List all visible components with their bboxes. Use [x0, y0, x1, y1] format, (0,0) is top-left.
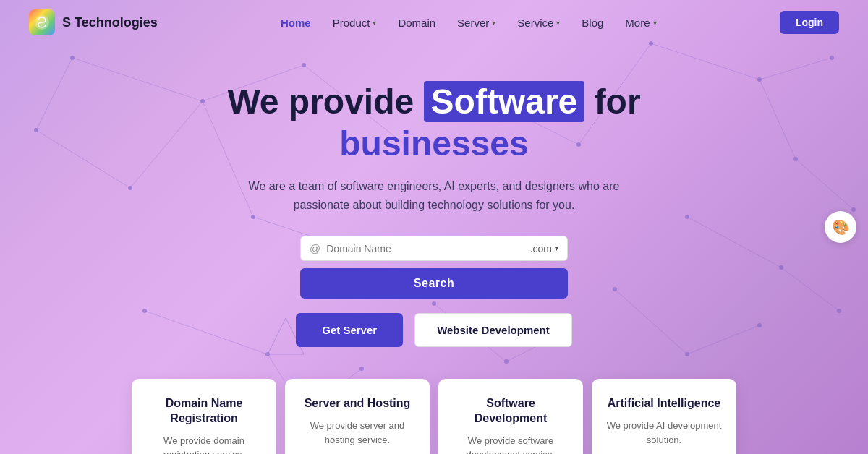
nav-item-service[interactable]: Service ▾	[517, 17, 560, 29]
card-ai-desc: We provide AI development solution.	[606, 419, 722, 447]
tld-value: .com	[530, 243, 552, 254]
nav-link-product[interactable]: Product ▾	[333, 17, 377, 29]
brand-name: S Technologies	[62, 15, 158, 30]
nav-item-more[interactable]: More ▾	[625, 17, 656, 29]
cta-row: Get Server Website Development	[14, 313, 854, 347]
website-development-button[interactable]: Website Development	[414, 313, 572, 347]
nav-links: Home Product ▾ Domain Server ▾ Service ▾…	[281, 17, 657, 29]
nav-item-domain[interactable]: Domain	[398, 17, 435, 29]
nav-link-more[interactable]: More ▾	[625, 17, 656, 29]
card-software-title: Software Development	[453, 396, 569, 427]
at-symbol: @	[310, 242, 320, 254]
card-domain-title: Domain Name Registration	[146, 396, 262, 427]
search-input-row: @ .com ▾	[300, 236, 568, 261]
nav-link-home[interactable]: Home	[281, 17, 311, 29]
card-domain: Domain Name Registration We provide doma…	[132, 379, 276, 454]
chevron-down-icon: ▾	[492, 19, 495, 27]
search-button[interactable]: Search	[300, 268, 568, 299]
nav-link-server[interactable]: Server ▾	[457, 17, 495, 29]
chevron-down-icon: ▾	[373, 19, 376, 27]
hero-title-highlight: Software	[424, 81, 585, 122]
nav-link-service[interactable]: Service ▾	[517, 17, 560, 29]
search-input[interactable]	[326, 243, 529, 254]
nav-item-server[interactable]: Server ▾	[457, 17, 495, 29]
chevron-down-icon: ▾	[653, 19, 657, 27]
tld-selector[interactable]: .com ▾	[530, 243, 558, 254]
login-button[interactable]: Login	[780, 11, 839, 34]
card-server-desc: We provide server and hosting service.	[299, 419, 415, 447]
navbar: S Technologies Home Product ▾ Domain Ser…	[0, 0, 868, 45]
card-server: Server and Hosting We provide server and…	[285, 379, 430, 454]
search-container: @ .com ▾ Search	[300, 236, 568, 299]
palette-button[interactable]: 🎨	[825, 211, 856, 243]
chevron-down-icon: ▾	[556, 19, 560, 27]
nav-item-blog[interactable]: Blog	[582, 17, 603, 29]
card-software: Software Development We provide software…	[438, 379, 583, 454]
palette-icon: 🎨	[832, 218, 850, 236]
card-ai: Artificial Intelligence We provide AI de…	[592, 379, 736, 454]
brand-logo-link[interactable]: S Technologies	[29, 9, 158, 35]
hero-title-part3: businesses	[14, 123, 854, 165]
card-domain-desc: We provide domain registration service.	[146, 434, 262, 454]
hero-section: We provide Software for businesses We ar…	[0, 45, 868, 369]
brand-logo-icon	[29, 9, 55, 35]
hero-title-part2: for	[595, 82, 641, 121]
hero-subtitle: We are a team of software engineers, AI …	[246, 177, 622, 214]
card-server-title: Server and Hosting	[299, 396, 415, 411]
card-ai-title: Artificial Intelligence	[606, 396, 722, 411]
nav-link-domain[interactable]: Domain	[398, 17, 435, 29]
service-cards-row: Domain Name Registration We provide doma…	[0, 379, 868, 454]
nav-item-product[interactable]: Product ▾	[333, 17, 377, 29]
get-server-button[interactable]: Get Server	[296, 313, 403, 347]
hero-title: We provide Software for businesses	[14, 81, 854, 164]
nav-link-blog[interactable]: Blog	[582, 17, 603, 29]
chevron-down-icon: ▾	[555, 244, 558, 252]
hero-title-part1: We provide	[227, 82, 414, 121]
card-software-desc: We provide software development service.	[453, 434, 569, 454]
nav-item-home[interactable]: Home	[281, 17, 311, 29]
